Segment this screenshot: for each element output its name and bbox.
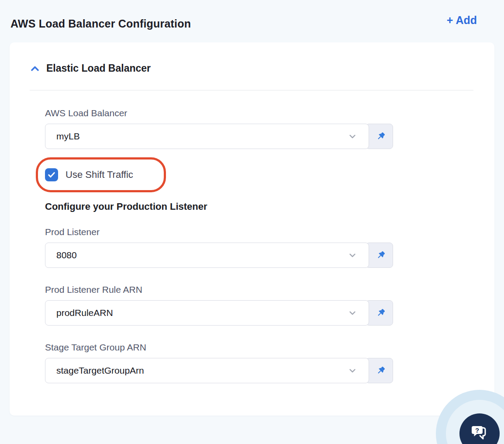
pushpin-icon [376,365,386,376]
use-shift-traffic-checkbox[interactable] [45,168,58,181]
use-shift-traffic-label: Use Shift Traffic [66,169,133,180]
field-label: AWS Load Balancer [45,108,393,118]
stage-target-group-arn-select[interactable]: stageTargetGroupArn [45,358,369,383]
chevron-down-icon [348,132,357,141]
select-value: prodRuleARN [56,308,113,318]
field-prod-listener-rule-arn: Prod Listener Rule ARN prodRuleARN [45,284,393,326]
aws-load-balancer-select[interactable]: myLB [45,124,369,149]
input-row: 8080 [45,243,393,268]
prod-listener-rule-arn-select[interactable]: prodRuleARN [45,300,369,326]
field-stage-target-group-arn: Stage Target Group ARN stageTargetGroupA… [45,342,393,383]
input-row: prodRuleARN [45,300,393,326]
page: AWS Load Balancer Configuration + Add El… [0,0,504,444]
svg-text:?: ? [475,427,479,434]
section-content: AWS Load Balancer myLB [45,108,393,383]
field-label: Stage Target Group ARN [45,342,393,353]
add-button[interactable]: + Add [447,14,477,27]
input-row: myLB [45,124,393,149]
prod-listener-select[interactable]: 8080 [45,243,369,268]
select-value: 8080 [56,250,77,260]
section-title: Elastic Load Balancer [46,62,151,74]
chevron-up-icon [30,63,40,74]
pushpin-icon [376,308,386,318]
chat-question-icon: ? [469,423,490,443]
pin-toggle-button[interactable] [366,124,393,149]
load-balancer-card: Elastic Load Balancer AWS Load Balancer … [10,42,494,416]
pin-toggle-button[interactable] [366,358,393,383]
page-title: AWS Load Balancer Configuration [10,14,191,30]
input-row: stageTargetGroupArn [45,358,393,383]
field-prod-listener: Prod Listener 8080 [45,227,393,268]
use-shift-traffic-checkbox-row[interactable]: Use Shift Traffic [45,157,133,192]
chevron-down-icon [348,308,357,318]
section-divider [30,90,473,90]
page-header: AWS Load Balancer Configuration + Add [0,0,504,30]
pin-toggle-button[interactable] [366,243,393,268]
checkmark-icon [47,170,56,179]
production-listener-heading: Configure your Production Listener [45,201,393,212]
section-toggle-elastic-load-balancer[interactable]: Elastic Load Balancer [30,62,473,74]
pushpin-icon [376,250,386,260]
use-shift-traffic-zone: Use Shift Traffic [45,157,393,192]
pushpin-icon [376,131,386,142]
select-value: stageTargetGroupArn [56,365,144,376]
select-value: myLB [56,131,80,142]
field-aws-load-balancer: AWS Load Balancer myLB [45,108,393,149]
pin-toggle-button[interactable] [366,300,393,326]
field-label: Prod Listener Rule ARN [45,284,393,295]
chevron-down-icon [348,366,357,375]
field-label: Prod Listener [45,227,393,237]
chevron-down-icon [348,250,357,260]
